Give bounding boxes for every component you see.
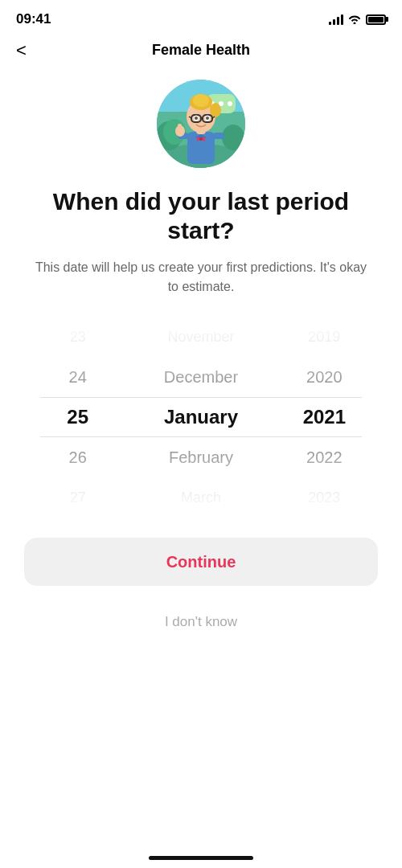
avatar-container — [0, 80, 402, 168]
picker-item[interactable]: 2022 — [263, 437, 386, 477]
signal-icon — [329, 14, 343, 25]
status-icons — [329, 13, 386, 27]
question-section: When did your last period start? This da… — [0, 187, 402, 297]
svg-point-21 — [193, 94, 209, 107]
question-subtitle: This date will help us create your first… — [32, 258, 370, 297]
picker-item[interactable]: 26 — [16, 437, 139, 477]
picker-column-month[interactable]: OctoberNovemberDecemberJanuaryFebruaryMa… — [139, 321, 262, 514]
picker-item[interactable]: 24 — [16, 357, 139, 397]
page-title: Female Health — [152, 42, 250, 59]
picker-item[interactable]: 2023 — [263, 477, 386, 514]
home-indicator — [149, 856, 253, 860]
picker-item[interactable]: February — [139, 437, 262, 477]
avatar — [157, 80, 245, 168]
picker-item[interactable]: December — [139, 357, 262, 397]
wifi-icon — [348, 13, 361, 27]
svg-rect-15 — [213, 133, 224, 139]
skip-button[interactable]: I don't know — [24, 602, 378, 642]
date-picker[interactable]: 22232425262728 OctoberNovemberDecemberJa… — [0, 321, 402, 514]
header: < Female Health — [0, 35, 402, 72]
svg-rect-17 — [178, 124, 182, 133]
picker-item[interactable]: 2020 — [263, 357, 386, 397]
question-title: When did your last period start? — [32, 187, 370, 245]
picker-columns: 22232425262728 OctoberNovemberDecemberJa… — [0, 321, 402, 514]
svg-point-34 — [199, 137, 203, 141]
svg-point-10 — [228, 101, 232, 106]
svg-point-31 — [206, 117, 209, 120]
picker-item[interactable]: January — [139, 397, 262, 437]
status-time: 09:41 — [16, 11, 51, 27]
picker-item[interactable]: 2019 — [263, 321, 386, 357]
picker-item[interactable]: November — [139, 321, 262, 357]
picker-item[interactable]: 2021 — [263, 397, 386, 437]
battery-icon — [366, 14, 386, 25]
status-bar: 09:41 — [0, 0, 402, 35]
picker-column-year[interactable]: 2018201920202021202220232024 — [263, 321, 386, 514]
back-button[interactable]: < — [16, 42, 27, 59]
picker-item[interactable]: 25 — [16, 397, 139, 437]
svg-point-6 — [222, 125, 244, 150]
buttons-section: Continue I don't know — [0, 538, 402, 642]
svg-point-30 — [195, 117, 198, 120]
picker-column-day[interactable]: 22232425262728 — [16, 321, 139, 514]
picker-item[interactable]: 27 — [16, 477, 139, 514]
picker-item[interactable]: 23 — [16, 321, 139, 357]
continue-button[interactable]: Continue — [24, 538, 378, 586]
picker-item[interactable]: March — [139, 477, 262, 514]
